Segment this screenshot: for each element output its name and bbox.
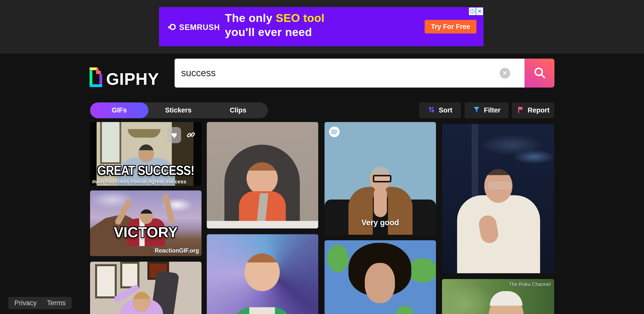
tile-art [207, 221, 318, 228]
filter-button[interactable]: Filter [465, 102, 509, 118]
semrush-logo-text: SEMRUSH [179, 23, 220, 32]
tile-art [488, 182, 511, 189]
flag-icon [517, 106, 525, 115]
report-button[interactable]: Report [512, 102, 554, 118]
report-button-label: Report [528, 106, 550, 114]
gif-tile-kip-yes[interactable] [442, 124, 554, 273]
giphy-logo[interactable]: GIPHY [90, 67, 159, 87]
filter-funnel-icon [473, 106, 480, 115]
tile-art [373, 175, 391, 182]
tab-stickers[interactable]: Stickers [148, 102, 208, 118]
tab-gifs[interactable]: GIFs [90, 102, 148, 118]
tile-art [490, 291, 522, 306]
tile-art [138, 144, 154, 163]
tile-art [162, 193, 175, 224]
giphy-logo-icon [90, 67, 102, 87]
ad-close-icon[interactable]: ✕ [476, 8, 483, 15]
favorite-heart-icon[interactable]: ♥ [167, 127, 181, 143]
gif-tile-dancing-girl[interactable] [90, 262, 202, 314]
gif-tile-baby-high-chair[interactable] [207, 122, 318, 228]
gif-tile-victory[interactable]: VICTORY ReactionGIF.org [90, 190, 202, 256]
ad-headline-line2: you'll ever need [225, 26, 312, 38]
privacy-button[interactable]: Privacy [8, 297, 43, 309]
gif-tile-roku-channel[interactable]: The Roku Channel [442, 279, 554, 314]
search-bar: ✕ [175, 59, 554, 88]
ad-banner[interactable]: SEMRUSH The only SEO tool you'll ever ne… [159, 7, 484, 46]
tile-art [247, 162, 278, 194]
tile-art [365, 263, 395, 303]
search-button[interactable] [525, 59, 554, 88]
giphy-search-page: SEMRUSH The only SEO tool you'll ever ne… [0, 0, 644, 314]
search-icon [533, 66, 547, 81]
clear-search-button[interactable]: ✕ [500, 68, 510, 78]
ad-cta-button[interactable]: Try For Free [425, 20, 476, 33]
semrush-logo-icon [168, 23, 177, 32]
tile-art [140, 209, 153, 224]
adchoices-controls: ✕ [469, 8, 483, 15]
tile-art [233, 307, 291, 314]
gif-caption: Very good [325, 218, 436, 227]
tile-art [374, 187, 387, 217]
content-type-tabs: GIFs Stickers Clips [90, 102, 268, 118]
ad-headline-white: The only [225, 12, 276, 24]
adchoices-info-icon[interactable] [469, 8, 476, 15]
tile-art [457, 195, 540, 273]
header-band: SEMRUSH The only SEO tool you'll ever ne… [0, 0, 644, 54]
ad-headline-yellow: SEO tool [276, 12, 325, 24]
tile-art [95, 264, 117, 298]
giphy-logo-text: GIPHY [106, 71, 159, 87]
tile-art [128, 129, 160, 138]
gif-caption: VICTORY [90, 224, 202, 241]
terms-button[interactable]: Terms [41, 297, 72, 309]
gif-watermark: The Roku Channel [509, 282, 551, 287]
tile-art [245, 253, 280, 291]
ad-headline: The only SEO tool you'll ever need [225, 11, 366, 39]
tile-art [100, 122, 121, 164]
sort-button[interactable]: Sort [419, 102, 461, 118]
sort-arrows-icon [428, 106, 435, 115]
semrush-logo: SEMRUSH [168, 23, 220, 32]
search-input[interactable] [175, 59, 525, 88]
gif-tile-goldblum-very-good[interactable]: Very good [325, 122, 436, 235]
tile-art [472, 124, 478, 205]
tile-art [120, 262, 139, 288]
sort-button-label: Sort [439, 106, 452, 114]
gif-watermark: ReactionGIF.org [155, 247, 199, 254]
tab-clips[interactable]: Clips [208, 102, 268, 118]
gif-tags: #win #success #borat #great success [92, 179, 186, 185]
gif-tile-borat-great-success[interactable]: GREAT SUCCESS! #win #success #borat #gre… [90, 122, 202, 186]
spotify-icon [329, 126, 340, 139]
filter-button-label: Filter [484, 106, 500, 114]
gif-tile-success-kid[interactable] [207, 234, 318, 314]
tile-art [133, 292, 150, 312]
gif-caption: GREAT SUCCESS! [90, 163, 202, 178]
gif-tile-i-eat-success[interactable]: I EAT SUCCESS [325, 240, 436, 314]
link-icon[interactable] [186, 130, 196, 141]
